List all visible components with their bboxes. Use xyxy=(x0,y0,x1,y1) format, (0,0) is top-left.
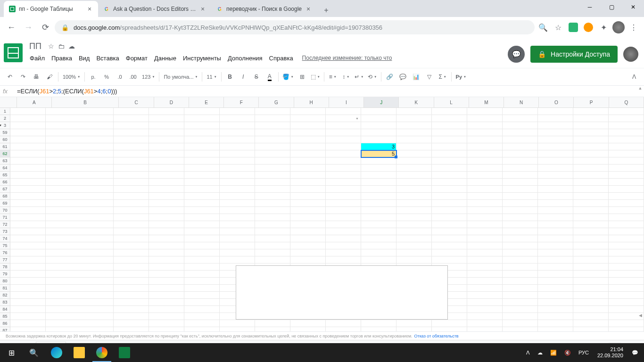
cell[interactable] xyxy=(114,299,149,306)
cell[interactable] xyxy=(10,207,46,214)
cell[interactable] xyxy=(432,129,467,136)
cell[interactable] xyxy=(114,179,149,186)
close-icon[interactable]: × xyxy=(86,5,93,13)
cell[interactable] xyxy=(46,320,114,327)
cell[interactable] xyxy=(184,320,220,327)
cell[interactable] xyxy=(290,207,326,214)
cell[interactable] xyxy=(503,165,538,172)
cell[interactable] xyxy=(290,172,326,179)
row-header[interactable]: 87 xyxy=(0,327,10,331)
merge-button[interactable]: ⬚ xyxy=(309,71,322,83)
cell[interactable] xyxy=(573,193,609,200)
cell[interactable] xyxy=(220,143,255,150)
cell[interactable] xyxy=(10,150,46,157)
cell[interactable] xyxy=(114,200,149,207)
bold-button[interactable]: B xyxy=(224,71,236,83)
cell[interactable] xyxy=(114,271,149,278)
cell[interactable] xyxy=(46,278,114,285)
column-header[interactable]: G xyxy=(259,97,294,107)
zoom-icon[interactable]: 🔍 xyxy=(537,21,550,34)
tray-chevron-icon[interactable]: ᐱ xyxy=(523,350,533,356)
cell[interactable] xyxy=(396,221,432,228)
cell[interactable] xyxy=(184,327,220,331)
row-header[interactable]: 60 xyxy=(0,136,10,143)
cell[interactable] xyxy=(361,115,396,122)
cell[interactable] xyxy=(290,150,326,157)
cell[interactable] xyxy=(10,143,46,150)
cell[interactable] xyxy=(149,172,184,179)
cell[interactable] xyxy=(149,115,184,122)
cell[interactable] xyxy=(503,143,538,150)
cell[interactable] xyxy=(538,165,573,172)
column-header[interactable]: J xyxy=(364,97,399,107)
cell[interactable] xyxy=(503,200,538,207)
wrap-button[interactable]: ↵ xyxy=(353,71,365,83)
cell[interactable] xyxy=(290,115,326,122)
cell[interactable] xyxy=(467,165,503,172)
cell[interactable] xyxy=(573,157,609,165)
cell[interactable] xyxy=(467,186,503,193)
cell[interactable] xyxy=(220,221,255,228)
cell[interactable] xyxy=(114,306,149,313)
cell[interactable] xyxy=(255,320,290,327)
cell[interactable] xyxy=(255,327,290,331)
cell[interactable] xyxy=(255,157,290,165)
cell[interactable] xyxy=(184,221,220,228)
cell[interactable] xyxy=(326,193,361,200)
cell[interactable] xyxy=(432,235,467,242)
cell[interactable] xyxy=(573,122,609,129)
chart-object[interactable] xyxy=(236,265,448,320)
redo-button[interactable]: ↷ xyxy=(17,71,29,83)
formula-input[interactable]: =ЕСЛИ(J61>2;5;(ЕСЛИ(J61>4;6;0))) xyxy=(17,88,641,95)
cell[interactable] xyxy=(432,228,467,235)
cell[interactable] xyxy=(114,165,149,172)
cell[interactable] xyxy=(114,129,149,136)
cell[interactable] xyxy=(149,242,184,249)
cell[interactable] xyxy=(290,320,326,327)
cell[interactable] xyxy=(432,200,467,207)
taskbar-explorer[interactable] xyxy=(68,343,91,362)
cell[interactable] xyxy=(432,122,467,129)
cell[interactable] xyxy=(149,200,184,207)
cell[interactable] xyxy=(10,172,46,179)
cell[interactable] xyxy=(432,193,467,200)
cell[interactable] xyxy=(503,221,538,228)
cell[interactable] xyxy=(184,256,220,263)
cell[interactable] xyxy=(10,242,46,249)
cell[interactable] xyxy=(255,172,290,179)
font-size-select[interactable]: 11 xyxy=(205,71,218,83)
cell[interactable] xyxy=(46,179,114,186)
cell[interactable] xyxy=(503,172,538,179)
cell[interactable] xyxy=(184,179,220,186)
cell[interactable] xyxy=(10,320,46,327)
cell[interactable] xyxy=(290,249,326,256)
cell[interactable] xyxy=(467,285,503,292)
cell[interactable] xyxy=(184,122,220,129)
cell[interactable] xyxy=(573,172,609,179)
cell[interactable] xyxy=(396,115,432,122)
row-header[interactable]: 73 xyxy=(0,228,10,235)
cell[interactable] xyxy=(467,179,503,186)
tray-volume-icon[interactable]: 🔇 xyxy=(561,350,574,356)
cell[interactable] xyxy=(432,242,467,249)
column-header[interactable]: F xyxy=(224,97,259,107)
cell[interactable] xyxy=(184,150,220,157)
cell[interactable] xyxy=(396,214,432,221)
cell[interactable] xyxy=(184,200,220,207)
cell[interactable] xyxy=(538,186,573,193)
cell[interactable] xyxy=(503,115,538,122)
cell[interactable] xyxy=(538,143,573,150)
row-header[interactable]: 71 xyxy=(0,214,10,221)
cell[interactable] xyxy=(149,157,184,165)
cell[interactable] xyxy=(432,143,467,150)
cell[interactable] xyxy=(114,108,149,115)
cell[interactable] xyxy=(184,214,220,221)
comment-button[interactable]: 💬 xyxy=(397,71,409,83)
row-header[interactable]: 1 xyxy=(0,108,10,115)
cell[interactable] xyxy=(184,292,220,299)
cell[interactable] xyxy=(326,129,361,136)
cell[interactable] xyxy=(538,249,573,256)
cell[interactable] xyxy=(184,207,220,214)
cell[interactable] xyxy=(361,172,396,179)
cell[interactable] xyxy=(290,256,326,263)
